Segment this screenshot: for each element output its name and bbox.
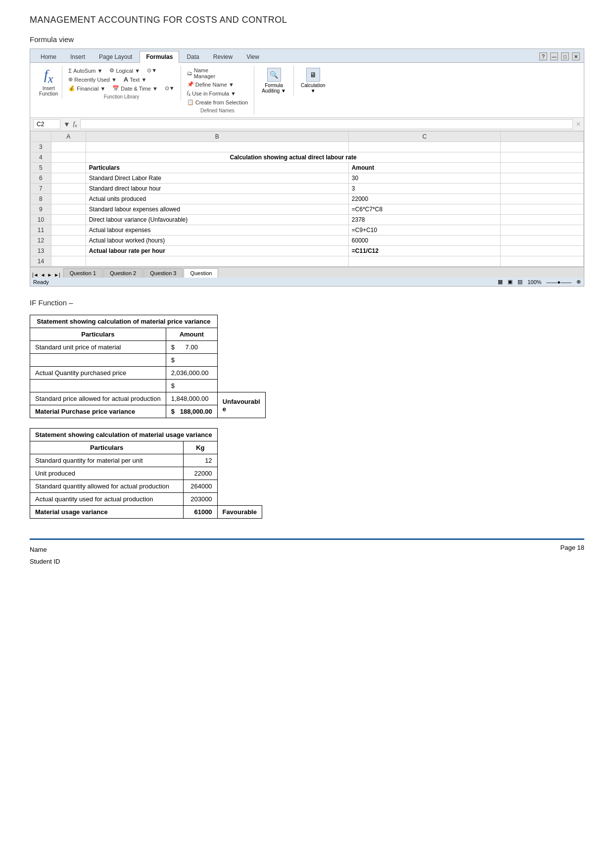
cell-d9[interactable] (501, 204, 584, 215)
calculation-button[interactable]: 🖥 Calculation▼ (298, 67, 328, 95)
cell-d5[interactable] (501, 163, 584, 173)
text-button[interactable]: A Text ▼ (122, 75, 149, 84)
insert-function-button[interactable]: fx InsertFunction (35, 66, 62, 98)
zoom-plus[interactable]: ⊕ (576, 279, 581, 285)
next-sheet-button[interactable]: ► (47, 272, 52, 278)
cell-c11[interactable]: =C9+C10 (348, 225, 500, 236)
cell-kg: 61000 (184, 506, 217, 519)
first-sheet-button[interactable]: |◄ (32, 272, 39, 278)
cell-b14[interactable] (86, 256, 348, 267)
use-in-formula-button[interactable]: fx Use in Formula ▼ (185, 89, 250, 97)
view-page-icon[interactable]: ▣ (508, 279, 513, 285)
view-normal-icon[interactable]: ▦ (498, 279, 503, 285)
cell-b7[interactable]: Standard direct labour hour (86, 184, 348, 194)
cell-favourable: Favourable (217, 506, 262, 519)
formula-auditing-button[interactable]: 🔍 FormulaAuditing ▼ (259, 67, 289, 95)
cell-c13[interactable]: =C11/C12 (348, 246, 500, 256)
cell-a11[interactable] (51, 225, 86, 236)
cell-d11[interactable] (501, 225, 584, 236)
cell-c10[interactable]: 2378 (348, 215, 500, 225)
cell-c9[interactable]: =C6*C7*C8 (348, 204, 500, 215)
cell-c3[interactable] (348, 142, 500, 152)
cell-d3[interactable] (501, 142, 584, 152)
cell-a12[interactable] (51, 236, 86, 246)
cell-c14[interactable] (348, 256, 500, 267)
cell-d6[interactable] (501, 173, 584, 184)
cell-c12[interactable]: 60000 (348, 236, 500, 246)
empty-cell (217, 454, 262, 467)
date-time-button[interactable]: 📅 Date & Time ▼ (110, 85, 159, 92)
cell-a4[interactable] (51, 152, 86, 163)
cell-b3[interactable] (86, 142, 348, 152)
sheet-tab-q4[interactable]: Question (184, 268, 218, 278)
help-button[interactable]: ? (539, 52, 547, 60)
tab-insert[interactable]: Insert (64, 51, 92, 62)
view-preview-icon[interactable]: ▤ (518, 279, 522, 285)
name-manager-button[interactable]: 🗂 NameManager (185, 67, 250, 80)
tab-formulas[interactable]: Formulas (140, 51, 179, 63)
tab-view[interactable]: View (240, 51, 266, 62)
col-header-b: B (86, 132, 348, 142)
cell-b4[interactable]: Calculation showing actual direct labour… (86, 152, 500, 163)
cell-d14[interactable] (501, 256, 584, 267)
cell-c7[interactable]: 3 (348, 184, 500, 194)
cell-c8[interactable]: 22000 (348, 194, 500, 204)
cell-c5[interactable]: Amount (348, 163, 500, 173)
zoom-slider[interactable]: ——●—— (546, 279, 571, 285)
create-from-selection-button[interactable]: 📋 Create from Selection (185, 98, 250, 106)
define-name-icon: 📌 (187, 81, 194, 88)
tab-home[interactable]: Home (34, 51, 63, 62)
sheet-tab-q3[interactable]: Question 3 (143, 268, 183, 278)
fx-label: fx (73, 120, 77, 128)
sheet-tab-q1[interactable]: Question 1 (63, 268, 102, 278)
status-bar: Ready ▦ ▣ ▤ 100% ——●—— ⊕ (30, 278, 584, 286)
cell-b12[interactable]: Actual labour worked (hours) (86, 236, 348, 246)
tab-data[interactable]: Data (180, 51, 205, 62)
restore-button[interactable]: □ (561, 52, 569, 60)
cell-c6[interactable]: 30 (348, 173, 500, 184)
empty-cell (217, 367, 265, 380)
tab-review[interactable]: Review (207, 51, 239, 62)
cell-d4[interactable] (501, 152, 584, 163)
cell-d8[interactable] (501, 194, 584, 204)
cell-reference-input[interactable] (33, 119, 60, 129)
minimize-button[interactable]: — (550, 52, 558, 60)
table-row: 9 Standard labour expenses allowed =C6*C… (31, 204, 584, 215)
cell-d10[interactable] (501, 215, 584, 225)
cell-a5[interactable] (51, 163, 86, 173)
cell-b6[interactable]: Standard Direct Labor Rate (86, 173, 348, 184)
autosum-button[interactable]: Σ AutoSum ▼ (66, 67, 104, 74)
cell-b11[interactable]: Actual labour expenses (86, 225, 348, 236)
cell-a6[interactable] (51, 173, 86, 184)
define-name-button[interactable]: 📌 Define Name ▼ (185, 81, 250, 88)
cell-a14[interactable] (51, 256, 86, 267)
cell-a8[interactable] (51, 194, 86, 204)
prev-sheet-button[interactable]: ◄ (41, 272, 46, 278)
row-num-14: 14 (31, 256, 51, 267)
cell-b5[interactable]: Particulars (86, 163, 348, 173)
cell-b8[interactable]: Actual units produced (86, 194, 348, 204)
cell-b9[interactable]: Standard labour expenses allowed (86, 204, 348, 215)
close-button[interactable]: ✕ (572, 52, 580, 60)
extra-btn[interactable]: ⊙▼ (163, 85, 177, 92)
cell-d7[interactable] (501, 184, 584, 194)
cell-a13[interactable] (51, 246, 86, 256)
tab-page-layout[interactable]: Page Layout (93, 51, 139, 62)
financial-button[interactable]: 💰 Financial ▼ (66, 85, 107, 92)
sheet-tab-q2[interactable]: Question 2 (103, 268, 142, 278)
cell-d12[interactable] (501, 236, 584, 246)
formula-input[interactable] (80, 119, 573, 129)
cell-a9[interactable] (51, 204, 86, 215)
more-functions-button[interactable]: ⊙▼ (145, 67, 159, 74)
header-particulars: Particulars (30, 328, 166, 341)
cell-b10[interactable]: Direct labour variance (Unfavourable) (86, 215, 348, 225)
recently-used-button[interactable]: ⊛ Recently Used ▼ (66, 76, 118, 83)
cell-d13[interactable] (501, 246, 584, 256)
last-sheet-button[interactable]: ►| (54, 272, 60, 278)
cell-a7[interactable] (51, 184, 86, 194)
logical-button[interactable]: ⚙ Logical ▼ (107, 67, 142, 74)
cell-a3[interactable] (51, 142, 86, 152)
cell-b13[interactable]: Actual labour rate per hour (86, 246, 348, 256)
sheet-tabs: |◄ ◄ ► ►| Question 1 Question 2 Question… (30, 267, 584, 278)
cell-a10[interactable] (51, 215, 86, 225)
